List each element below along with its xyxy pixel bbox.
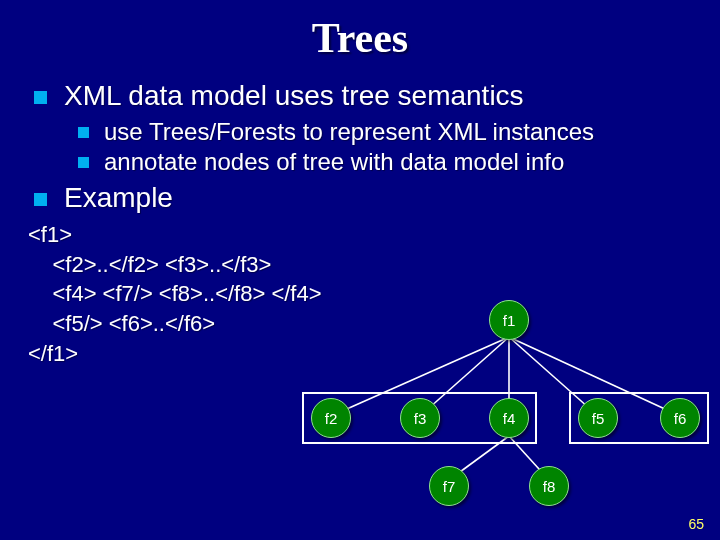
tree-node-f2: f2 [311,398,351,438]
tree-node-f7: f7 [429,466,469,506]
svg-line-5 [449,436,509,480]
bullet-annotate-nodes: annotate nodes of tree with data model i… [28,148,692,176]
slide: Trees XML data model uses tree semantics… [0,0,720,540]
bullet-trees-forests: use Trees/Forests to represent XML insta… [28,118,692,146]
page-number: 65 [688,516,704,532]
bullet-list: XML data model uses tree semantics use T… [28,80,692,214]
forest-box-f2-f4 [302,392,537,444]
code-line: <f2>..</f2> <f3>..</f3> [28,252,271,277]
tree-node-f5: f5 [578,398,618,438]
svg-line-6 [509,436,549,480]
tree-node-f3: f3 [400,398,440,438]
bullet-xml-tree-semantics: XML data model uses tree semantics [28,80,692,112]
code-line: <f5/> <f6>..</f6> [28,311,215,336]
slide-title: Trees [28,14,692,62]
forest-box-f5-f6 [569,392,709,444]
code-line: <f1> [28,222,72,247]
bullet-example: Example [28,182,692,214]
tree-node-f6: f6 [660,398,700,438]
tree-node-f8: f8 [529,466,569,506]
xml-code-block: <f1> <f2>..</f2> <f3>..</f3> <f4> <f7/> … [28,220,692,368]
code-line: </f1> [28,341,78,366]
code-line: <f4> <f7/> <f8>..</f8> </f4> [28,281,322,306]
tree-node-f4: f4 [489,398,529,438]
